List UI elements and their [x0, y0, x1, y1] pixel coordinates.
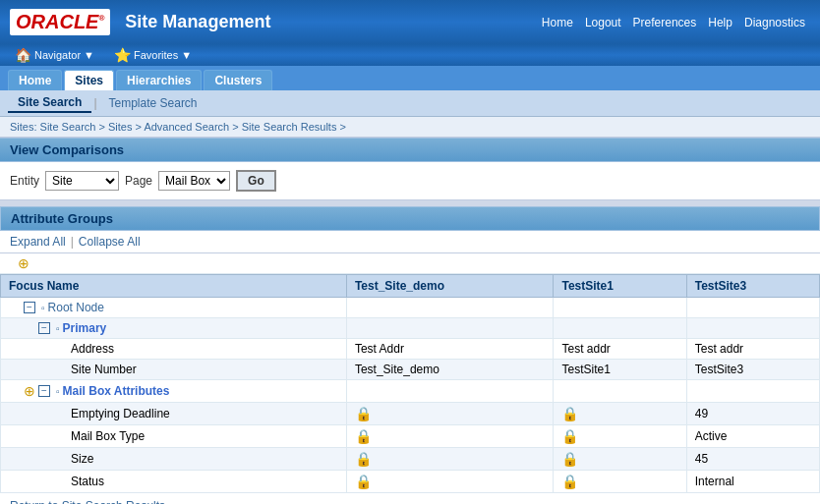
- col-testsite1: TestSite1: [554, 275, 686, 298]
- collapse-all-link[interactable]: Collapse All: [79, 235, 141, 249]
- col-test-site-demo: Test_Site_demo: [346, 275, 554, 298]
- col2-cell: 🔒: [554, 425, 686, 448]
- lock-icon: 🔒: [355, 428, 372, 444]
- table-row: Site Number Test_Site_demo TestSite1 Tes…: [1, 360, 820, 380]
- lock-icon: 🔒: [355, 474, 372, 489]
- page-label: Page: [125, 174, 152, 188]
- focus-name-cell: Address: [1, 339, 347, 360]
- form-row: Entity Site Template Page Mail Box Prima…: [10, 170, 810, 192]
- node-label: Root Node: [48, 301, 104, 314]
- lock-icon: 🔒: [355, 406, 372, 421]
- toolbar-divider: |: [66, 235, 79, 249]
- sub-tab-template-search[interactable]: Template Search: [99, 94, 207, 112]
- table-row: Status 🔒 🔒 Internal: [1, 471, 820, 493]
- node-label: Mail Box Attributes: [63, 384, 170, 398]
- col1-cell: 🔒: [346, 403, 554, 425]
- lock-icon: 🔒: [561, 406, 578, 421]
- breadcrumb-sep4: >: [339, 121, 345, 133]
- table-row: Mail Box Type 🔒 🔒 Active: [1, 425, 820, 448]
- col3-cell: 45: [686, 448, 819, 471]
- lock-icon: 🔒: [561, 474, 578, 489]
- node-label: Primary: [63, 321, 107, 335]
- focus-name-cell: Emptying Deadline: [1, 403, 347, 425]
- view-comparisons-content: Entity Site Template Page Mail Box Prima…: [0, 162, 820, 200]
- oracle-logo: ORACLE®: [10, 9, 110, 35]
- sub-tab-divider: |: [91, 96, 98, 110]
- attribute-groups-header: Attribute Groups: [0, 206, 820, 231]
- col2-cell: TestSite1: [554, 360, 686, 380]
- col1-cell: [346, 380, 554, 403]
- col-focus-name: Focus Name: [1, 275, 347, 298]
- col1-cell: 🔒: [346, 425, 554, 448]
- focus-move-icon[interactable]: ⊕: [24, 383, 35, 399]
- node-icon: ▫: [56, 386, 60, 397]
- col2-cell: [554, 298, 686, 318]
- lock-icon: 🔒: [561, 451, 578, 467]
- sub-tab-site-search[interactable]: Site Search: [8, 93, 91, 113]
- breadcrumb: Sites: Site Search > Sites > Advanced Se…: [0, 117, 820, 138]
- col3-cell: [686, 318, 819, 339]
- breadcrumb-sep1: >: [99, 121, 108, 133]
- diagnostics-nav-link[interactable]: Diagnostics: [744, 16, 805, 29]
- tab-hierarchies[interactable]: Hierarchies: [116, 70, 202, 90]
- leaf-label: Site Number: [71, 363, 137, 376]
- focus-move-icon-top[interactable]: ⊕: [8, 253, 39, 273]
- expand-mailbox[interactable]: −: [38, 385, 50, 397]
- col2-cell: Test addr: [554, 339, 686, 360]
- leaf-label: Mail Box Type: [71, 429, 145, 443]
- leaf-label: Size: [71, 452, 93, 466]
- tab-bar: Home Sites Hierarchies Clusters: [0, 66, 820, 90]
- favorites-icon: ⭐: [114, 47, 131, 63]
- help-nav-link[interactable]: Help: [708, 16, 732, 29]
- table-header-row: Focus Name Test_Site_demo TestSite1 Test…: [1, 275, 820, 298]
- breadcrumb-sites[interactable]: Sites: [108, 121, 132, 133]
- col1-cell: 🔒: [346, 471, 554, 493]
- lock-icon: 🔒: [355, 451, 372, 467]
- table-row: ⊕ − ▫ Mail Box Attributes: [1, 380, 820, 403]
- go-button[interactable]: Go: [236, 170, 276, 192]
- focus-name-cell: Mail Box Type: [1, 425, 347, 448]
- col1-cell: [346, 318, 554, 339]
- col3-cell: TestSite3: [686, 360, 819, 380]
- col2-cell: 🔒: [554, 448, 686, 471]
- favorites-label: Favorites: [134, 49, 178, 61]
- leaf-label: Status: [71, 475, 104, 488]
- focus-name-cell: − ▫ Root Node: [1, 298, 347, 318]
- return-link[interactable]: Return to Site Search Results: [10, 499, 165, 504]
- attr-toolbar: Expand All | Collapse All: [0, 231, 820, 253]
- table-row: − ▫ Root Node: [1, 298, 820, 318]
- page-select[interactable]: Mail Box Primary Other: [158, 171, 230, 191]
- expand-all-link[interactable]: Expand All: [10, 235, 66, 249]
- navigator-icon: 🏠: [15, 47, 31, 63]
- breadcrumb-advanced-search[interactable]: Advanced Search: [144, 121, 229, 133]
- col3-cell: Active: [686, 425, 819, 448]
- leaf-label: Emptying Deadline: [71, 407, 170, 420]
- tab-clusters[interactable]: Clusters: [204, 70, 272, 90]
- lock-icon: 🔒: [561, 428, 578, 444]
- col1-cell: [346, 298, 554, 318]
- col3-cell: Internal: [686, 471, 819, 493]
- navigator-item[interactable]: 🏠 Navigator ▼: [15, 47, 94, 63]
- col2-cell: [554, 380, 686, 403]
- navigator-dropdown-icon: ▼: [84, 49, 94, 61]
- tab-home[interactable]: Home: [8, 70, 62, 90]
- leaf-label: Address: [71, 342, 114, 356]
- node-icon: ▫: [56, 323, 60, 334]
- preferences-nav-link[interactable]: Preferences: [633, 16, 697, 29]
- expand-root-node[interactable]: −: [24, 302, 35, 313]
- breadcrumb-sep3: >: [232, 121, 241, 133]
- home-nav-link[interactable]: Home: [542, 16, 573, 29]
- col2-cell: 🔒: [554, 471, 686, 493]
- table-row: Emptying Deadline 🔒 🔒 49: [1, 403, 820, 425]
- favorites-item[interactable]: ⭐ Favorites ▼: [114, 47, 192, 63]
- comparison-table-container: Focus Name Test_Site_demo TestSite1 Test…: [0, 274, 820, 493]
- entity-select[interactable]: Site Template: [45, 171, 119, 191]
- expand-primary[interactable]: −: [38, 322, 50, 334]
- col3-cell: Test addr: [686, 339, 819, 360]
- logout-nav-link[interactable]: Logout: [585, 16, 621, 29]
- comparison-table: Focus Name Test_Site_demo TestSite1 Test…: [0, 274, 820, 493]
- breadcrumb-site-search[interactable]: Sites: Site Search: [10, 121, 95, 133]
- col3-cell: 49: [686, 403, 819, 425]
- tab-sites[interactable]: Sites: [64, 70, 114, 90]
- breadcrumb-site-search-results[interactable]: Site Search Results: [242, 121, 337, 133]
